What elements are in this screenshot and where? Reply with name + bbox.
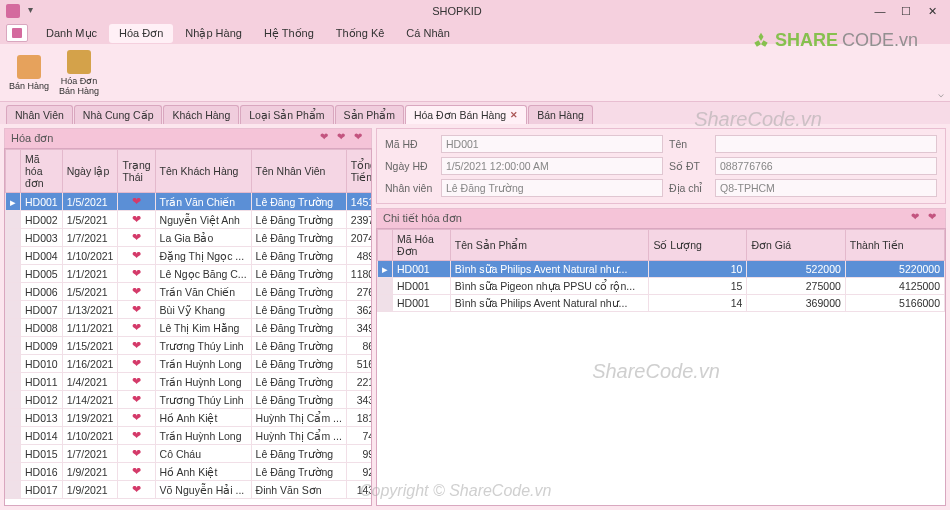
table-row[interactable]: HD0101/16/2021 ❤ Trần Huỳnh LongLê Đăng … bbox=[6, 355, 373, 373]
col-header[interactable]: Tên Sản Phẩm bbox=[450, 230, 649, 261]
close-icon[interactable]: ✕ bbox=[510, 110, 518, 120]
menu-item[interactable]: Danh Mục bbox=[36, 24, 107, 43]
heart-icon: ❤ bbox=[132, 231, 141, 243]
panel-title: Chi tiết hóa đơn bbox=[383, 212, 462, 224]
input-ngayhd[interactable] bbox=[441, 157, 663, 175]
input-diachi[interactable] bbox=[715, 179, 937, 197]
col-header[interactable]: Tổng Tiền bbox=[346, 150, 372, 193]
invoice-list-pane: Hóa đơn ❤ ❤ ❤ Mã hóa đơn Ngày lập Trạng … bbox=[4, 128, 372, 506]
heart-icon: ❤ bbox=[132, 303, 141, 315]
table-row[interactable]: HD0031/7/2021 ❤ La Gia BảoLê Đăng Trường… bbox=[6, 229, 373, 247]
col-header[interactable]: Tên Khách Hàng bbox=[155, 150, 251, 193]
detail-grid[interactable]: Mã Hóa Đơn Tên Sản Phẩm Số Lượng Đơn Giá… bbox=[376, 228, 946, 506]
file-menu-icon[interactable] bbox=[6, 24, 28, 42]
ribbon: Bán Hàng Hóa Đơn Bán Hàng ⌵ bbox=[0, 44, 950, 102]
cart-icon bbox=[17, 55, 41, 79]
heart-icon: ❤ bbox=[132, 213, 141, 225]
invoice-grid[interactable]: Mã hóa đơn Ngày lập Trạng Thái Tên Khách… bbox=[4, 148, 372, 506]
heart-icon: ❤ bbox=[132, 411, 141, 423]
tab-nhan-vien[interactable]: Nhân Viên bbox=[6, 105, 73, 124]
heart-icon: ❤ bbox=[132, 285, 141, 297]
panel-header: Chi tiết hóa đơn ❤ ❤ bbox=[376, 208, 946, 228]
tab-san-pham[interactable]: Sản Phẩm bbox=[335, 105, 404, 124]
document-tabs: Nhân Viên Nhà Cung Cấp Khách Hàng Loại S… bbox=[0, 102, 950, 124]
heart-icon: ❤ bbox=[132, 429, 141, 441]
menu-item[interactable]: Hóa Đơn bbox=[109, 24, 173, 43]
heart-icon: ❤ bbox=[132, 357, 141, 369]
col-header[interactable]: Tên Nhân Viên bbox=[251, 150, 346, 193]
table-row[interactable]: HD0171/9/2021 ❤ Võ Nguyễn Hải ...Đinh Vă… bbox=[6, 481, 373, 499]
tab-ban-hang[interactable]: Bán Hàng bbox=[528, 105, 593, 124]
close-button[interactable]: ✕ bbox=[920, 3, 944, 19]
table-row[interactable]: HD001Bình sữa Pigeon nhựa PPSU cổ rộn...… bbox=[378, 278, 945, 295]
table-row[interactable]: ▸ HD001Bình sữa Philips Avent Natural nh… bbox=[378, 261, 945, 278]
col-header[interactable]: Mã Hóa Đơn bbox=[393, 230, 451, 261]
heart-icon: ❤ bbox=[132, 195, 141, 207]
detail-pane: Mã HĐ Tên Ngày HĐ Số ĐT Nhân viên Địa ch… bbox=[376, 128, 946, 506]
menu-item[interactable]: Thống Kê bbox=[326, 24, 395, 43]
heart-decor-icon: ❤ ❤ bbox=[911, 211, 939, 222]
label-ngayhd: Ngày HĐ bbox=[385, 160, 435, 172]
table-row[interactable]: HD0051/1/2021 ❤ Lê Ngọc Băng C...Lê Đăng… bbox=[6, 265, 373, 283]
input-mahd[interactable] bbox=[441, 135, 663, 153]
heart-icon: ❤ bbox=[132, 465, 141, 477]
tool-label: Bán Hàng bbox=[9, 81, 49, 91]
workspace: Hóa đơn ❤ ❤ ❤ Mã hóa đơn Ngày lập Trạng … bbox=[0, 124, 950, 510]
heart-icon: ❤ bbox=[132, 447, 141, 459]
tab-khach-hang[interactable]: Khách Hàng bbox=[163, 105, 239, 124]
table-row[interactable]: HD0121/14/2021 ❤ Trương Thúy LinhLê Đăng… bbox=[6, 391, 373, 409]
label-nv: Nhân viên bbox=[385, 182, 435, 194]
heart-icon: ❤ bbox=[132, 249, 141, 261]
label-diachi: Địa chỉ bbox=[669, 182, 709, 194]
col-header[interactable]: Trạng Thái bbox=[118, 150, 155, 193]
input-ten[interactable] bbox=[715, 135, 937, 153]
heart-icon: ❤ bbox=[132, 483, 141, 495]
col-header[interactable]: Mã hóa đơn bbox=[21, 150, 63, 193]
invoice-icon bbox=[67, 50, 91, 74]
table-row[interactable]: HD0061/5/2021 ❤ Trần Văn ChiếnLê Đăng Tr… bbox=[6, 283, 373, 301]
input-sodt[interactable] bbox=[715, 157, 937, 175]
table-row[interactable]: HD0161/9/2021 ❤ Hồ Anh KiệtLê Đăng Trườn… bbox=[6, 463, 373, 481]
tab-nha-cung-cap[interactable]: Nhà Cung Cấp bbox=[74, 105, 163, 124]
titlebar: ▾ SHOPKID — ☐ ✕ bbox=[0, 0, 950, 22]
table-row[interactable]: HD0091/15/2021 ❤ Trương Thúy LinhLê Đăng… bbox=[6, 337, 373, 355]
table-row[interactable]: HD0071/13/2021 ❤ Bùi Vỹ KhangLê Đăng Trư… bbox=[6, 301, 373, 319]
table-row[interactable]: ▸ HD0011/5/2021 ❤ Trần Văn ChiếnLê Đăng … bbox=[6, 193, 373, 211]
label-mahd: Mã HĐ bbox=[385, 138, 435, 150]
input-nv[interactable] bbox=[441, 179, 663, 197]
table-row[interactable]: HD0131/19/2021 ❤ Hồ Anh KiệtHuỳnh Thị Cẩ… bbox=[6, 409, 373, 427]
invoice-form: Mã HĐ Tên Ngày HĐ Số ĐT Nhân viên Địa ch… bbox=[376, 128, 946, 204]
heart-icon: ❤ bbox=[132, 375, 141, 387]
heart-icon: ❤ bbox=[132, 321, 141, 333]
maximize-button[interactable]: ☐ bbox=[894, 3, 918, 19]
table-row[interactable]: HD0081/11/2021 ❤ Lê Thị Kim HằngLê Đăng … bbox=[6, 319, 373, 337]
table-row[interactable]: HD0041/10/2021 ❤ Đặng Thị Ngọc ...Lê Đăn… bbox=[6, 247, 373, 265]
label-ten: Tên bbox=[669, 138, 709, 150]
ribbon-collapse-icon[interactable]: ⌵ bbox=[938, 88, 944, 99]
col-header[interactable]: Đơn Giá bbox=[747, 230, 845, 261]
table-row[interactable]: HD0141/10/2021 ❤ Trần Huỳnh LongHuỳnh Th… bbox=[6, 427, 373, 445]
table-row[interactable]: HD0021/5/2021 ❤ Nguyễn Việt AnhLê Đăng T… bbox=[6, 211, 373, 229]
tool-ban-hang[interactable]: Bán Hàng bbox=[6, 49, 52, 97]
table-row[interactable]: HD0151/7/2021 ❤ Cô CháuLê Đăng Trường995… bbox=[6, 445, 373, 463]
minimize-button[interactable]: — bbox=[868, 3, 892, 19]
menu-item[interactable]: Cá Nhân bbox=[396, 24, 459, 42]
tool-label: Hóa Đơn Bán Hàng bbox=[56, 76, 102, 96]
heart-decor-icon: ❤ ❤ ❤ bbox=[320, 131, 365, 142]
window-title: SHOPKID bbox=[46, 5, 868, 17]
panel-title: Hóa đơn bbox=[11, 132, 53, 144]
table-row[interactable]: HD001Bình sữa Philips Avent Natural như.… bbox=[378, 295, 945, 312]
menu-item[interactable]: Hệ Thống bbox=[254, 24, 324, 43]
tool-hoa-don-ban-hang[interactable]: Hóa Đơn Bán Hàng bbox=[56, 49, 102, 97]
tab-hoa-don-ban-hang[interactable]: Hóa Đơn Bán Hàng✕ bbox=[405, 105, 527, 124]
panel-header: Hóa đơn ❤ ❤ ❤ bbox=[4, 128, 372, 148]
heart-icon: ❤ bbox=[132, 393, 141, 405]
tab-loai-san-pham[interactable]: Loại Sản Phẩm bbox=[240, 105, 333, 124]
table-row[interactable]: HD0111/4/2021 ❤ Trần Huỳnh LongLê Đăng T… bbox=[6, 373, 373, 391]
col-header[interactable]: Số Lượng bbox=[649, 230, 747, 261]
col-header[interactable]: Ngày lập bbox=[62, 150, 118, 193]
col-header[interactable]: Thành Tiền bbox=[845, 230, 944, 261]
menu-item[interactable]: Nhập Hàng bbox=[175, 24, 252, 43]
dropdown-qat-icon[interactable]: ▾ bbox=[28, 4, 46, 18]
heart-icon: ❤ bbox=[132, 267, 141, 279]
